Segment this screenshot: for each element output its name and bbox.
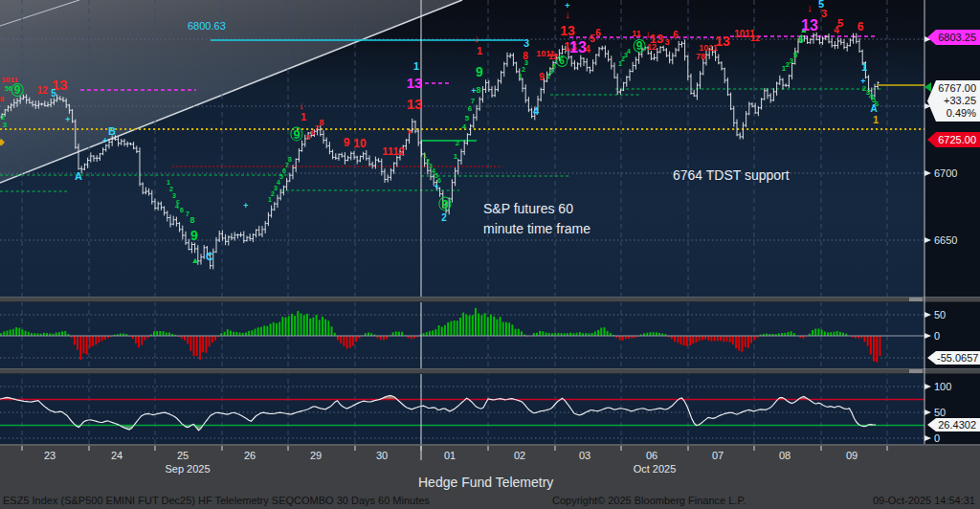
bottom-band [0, 444, 980, 509]
chart-canvas[interactable] [0, 0, 980, 509]
divider-momentum-oscillator[interactable] [0, 368, 980, 374]
divider-main-momentum[interactable] [0, 297, 980, 302]
axis-strip-background [924, 0, 980, 444]
bloomberg-terminal-chart: 6803.25 6767.00 +33.25 0.49% 6725.00 -55… [0, 0, 980, 509]
